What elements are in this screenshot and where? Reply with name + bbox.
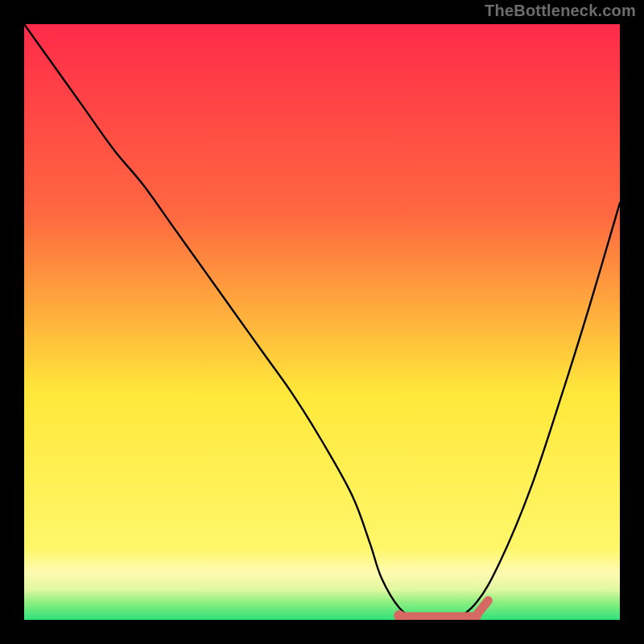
attribution-label: TheBottleneck.com	[485, 2, 636, 20]
chart-frame: TheBottleneck.com	[0, 0, 644, 644]
chart-svg	[24, 24, 620, 620]
plot-area	[24, 24, 620, 620]
gradient-background	[24, 24, 620, 620]
